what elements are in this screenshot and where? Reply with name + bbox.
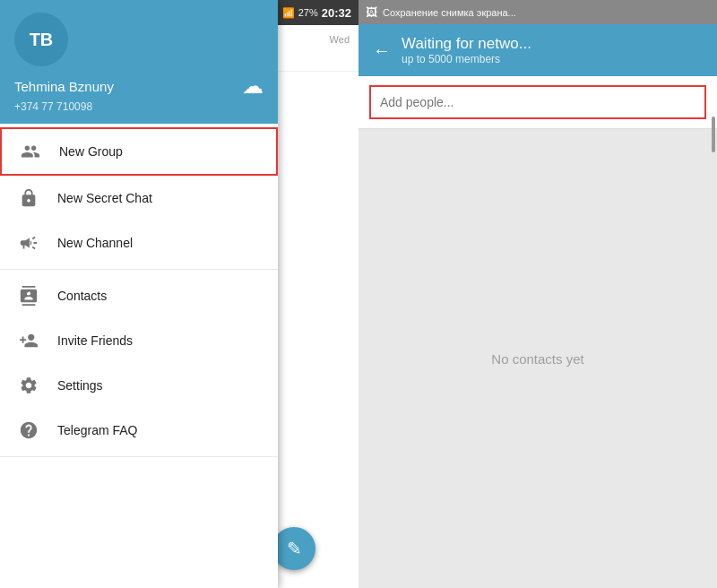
- back-button[interactable]: ←: [373, 40, 391, 61]
- menu-section-2: Contacts Invite Friends: [0, 270, 278, 457]
- megaphone-icon: [14, 233, 43, 253]
- menu-section-1: New Group New Secret Chat: [0, 124, 278, 270]
- time-display: 20:32: [322, 6, 351, 20]
- right-header-text: Waiting for netwo... up to 5000 members: [402, 35, 703, 65]
- battery-level: 27%: [298, 7, 318, 18]
- menu-items-container: New Group New Secret Chat: [0, 124, 278, 588]
- telegram-faq-label: Telegram FAQ: [57, 423, 137, 437]
- new-secret-chat-label: New Secret Chat: [57, 191, 152, 205]
- menu-item-new-channel[interactable]: New Channel: [0, 220, 278, 265]
- lock-icon: [14, 188, 43, 208]
- status-bar-right: 1 📶 27% 20:32: [273, 6, 351, 20]
- right-header: ← Waiting for netwo... up to 5000 member…: [358, 24, 717, 76]
- left-panel: 🔧 ⬤ ▦ 🖼 g 1 📶 27% 20:32 Wed ac... ✎ ТВ: [0, 0, 358, 588]
- invite-friends-label: Invite Friends: [57, 333, 133, 348]
- contacts-label: Contacts: [57, 289, 107, 303]
- screenshot-notification-icon: 🖼: [366, 5, 377, 19]
- screenshot-notification-text: Сохранение снимка экрана...: [383, 7, 516, 18]
- right-header-subtitle: up to 5000 members: [402, 53, 703, 65]
- contacts-icon: [14, 286, 43, 306]
- new-group-label: New Group: [59, 144, 123, 159]
- menu-item-new-group[interactable]: New Group: [0, 127, 278, 176]
- compose-icon: ✎: [287, 538, 302, 559]
- contacts-area: No contacts yet: [358, 129, 717, 588]
- scrollbar-hint: [712, 117, 715, 152]
- drawer-menu: ТВ Tehmina Bznuny ☁ +374 77 710098: [0, 0, 278, 588]
- drawer-avatar: ТВ: [14, 13, 68, 66]
- add-people-input[interactable]: [380, 95, 695, 109]
- drawer-cloud-icon: ☁: [242, 74, 263, 99]
- drawer-name-row: Tehmina Bznuny ☁: [14, 74, 263, 99]
- menu-item-settings[interactable]: Settings: [0, 363, 278, 408]
- help-circle-icon: [14, 420, 43, 440]
- add-people-input-wrapper: [369, 85, 706, 119]
- drawer-avatar-initials: ТВ: [30, 30, 54, 50]
- signal-icon: 📶: [282, 7, 295, 19]
- right-header-title: Waiting for netwo...: [402, 35, 703, 53]
- screenshot-notification-bar: 🖼 Сохранение снимка экрана...: [358, 0, 717, 24]
- add-people-container: [358, 76, 717, 129]
- settings-gear-icon: [14, 376, 43, 395]
- menu-item-telegram-faq[interactable]: Telegram FAQ: [0, 408, 278, 453]
- drawer-profile-header: ТВ Tehmina Bznuny ☁ +374 77 710098: [0, 0, 278, 124]
- no-contacts-text: No contacts yet: [491, 351, 583, 367]
- invite-friends-icon: [14, 331, 43, 350]
- menu-item-new-secret-chat[interactable]: New Secret Chat: [0, 176, 278, 220]
- chat-date: Wed: [330, 34, 350, 45]
- drawer-phone: +374 77 710098: [14, 100, 263, 113]
- new-group-icon: [16, 142, 45, 161]
- menu-item-contacts[interactable]: Contacts: [0, 273, 278, 318]
- new-channel-label: New Channel: [57, 236, 133, 250]
- drawer-user-name: Tehmina Bznuny: [14, 79, 114, 94]
- right-panel: 🖼 Сохранение снимка экрана... ← Waiting …: [358, 0, 717, 588]
- menu-item-invite-friends[interactable]: Invite Friends: [0, 318, 278, 363]
- compose-fab[interactable]: ✎: [272, 527, 315, 570]
- settings-label: Settings: [57, 378, 103, 393]
